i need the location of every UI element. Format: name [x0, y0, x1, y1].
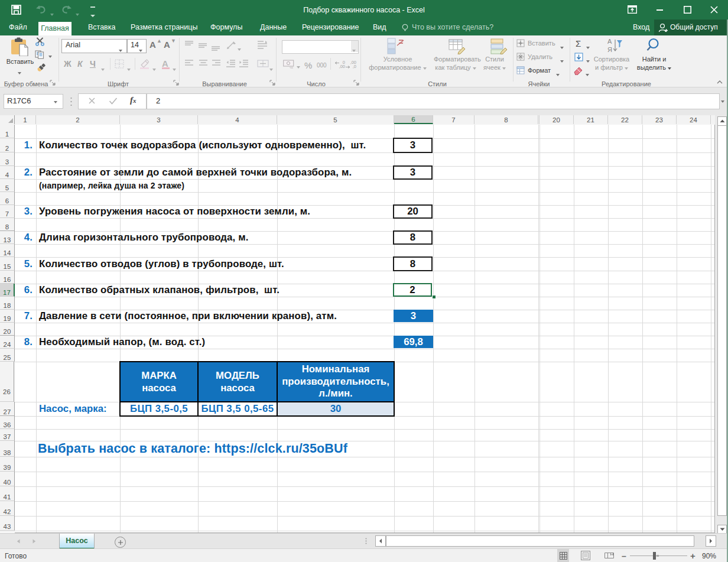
svg-text:А: А [607, 38, 612, 45]
svg-text:Я: Я [607, 46, 612, 53]
